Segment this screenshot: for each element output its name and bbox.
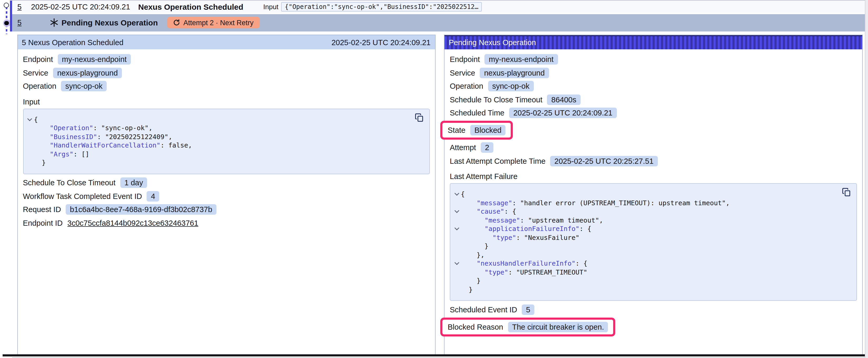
field-value-chip: Blocked (470, 125, 506, 135)
retry-badge-label: Attempt 2 · Next Retry (183, 19, 253, 27)
field-row: Operationsync-op-ok (450, 80, 857, 92)
field-value-chip: my-nexus-endpoint (485, 54, 558, 65)
collapse-chevron-icon[interactable] (453, 190, 461, 199)
copy-icon (842, 191, 851, 198)
event-marker-current-icon (3, 20, 10, 27)
copy-button[interactable] (841, 187, 852, 198)
field-label: Operation (23, 82, 56, 90)
highlight-annotation: Blocked ReasonThe circuit breaker is ope… (440, 317, 616, 336)
field-label: Workflow Task Completed Event ID (23, 192, 142, 200)
json-line: { (453, 190, 852, 199)
field-row: Last Attempt Complete Time2025-02-25 UTC… (450, 155, 857, 166)
field-row: Operationsync-op-ok (23, 80, 430, 92)
field-row: Attempt2 (450, 142, 857, 153)
json-line: } (26, 159, 425, 167)
field-label: Last Attempt Complete Time (450, 157, 546, 165)
field-value-chip: my-nexus-endpoint (58, 54, 131, 65)
json-line: "cause": { (453, 207, 852, 216)
field-value-chip: b1c6a4bc-8ee7-468a-9169-df3b02c8737b (66, 204, 216, 215)
section-label: Input (23, 97, 430, 106)
event-id-link[interactable]: 5 (17, 19, 22, 27)
field-label: Operation (450, 82, 483, 90)
panel-title: Pending Nexus Operation (449, 38, 536, 46)
panel-timestamp: 2025-02-25 UTC 20:24:09.21 (332, 38, 431, 46)
event-title: Nexus Operation Scheduled (138, 2, 243, 11)
field-label: Blocked Reason (448, 323, 503, 331)
json-line: "HandlerWaitForCancellation": false, (26, 141, 425, 150)
field-row: Request IDb1c6a4bc-8ee7-468a-9169-df3b02… (23, 204, 430, 215)
event-detail-panel: 5 Nexus Operation Scheduled 2025-02-25 U… (17, 35, 435, 355)
field-label: Schedule To Close Timeout (23, 178, 116, 187)
last-attempt-failure-json: { "message": "handler error (UPSTREAM_TI… (450, 183, 857, 301)
copy-button[interactable] (414, 112, 424, 123)
json-line: "message": "upstream timeout", (453, 216, 852, 225)
retry-icon (173, 19, 180, 26)
field-value-chip: The circuit breaker is open. (508, 322, 608, 332)
field-label: Endpoint (450, 55, 480, 64)
field-label: Endpoint ID (23, 219, 63, 227)
field-value-chip: nexus-playground (53, 67, 122, 78)
event-input-preview-chip: {"Operation":"sync-op-ok","BusinessID":"… (281, 2, 482, 11)
field-label: Scheduled Event ID (450, 305, 517, 314)
endpoint-id-link[interactable]: 3c0c75ccfa8144b092c13ce632463761 (67, 219, 198, 227)
json-line: }, (453, 251, 852, 259)
collapse-chevron-icon[interactable] (26, 115, 34, 124)
field-value-chip: 86400s (547, 94, 581, 105)
retry-badge: Attempt 2 · Next Retry (167, 17, 259, 28)
field-row: Workflow Task Completed Event ID4 (23, 191, 430, 202)
field-row: Endpointmy-nexus-endpoint (450, 54, 857, 65)
highlight-annotation: StateBlocked (440, 121, 513, 140)
collapse-chevron-icon[interactable] (453, 207, 461, 216)
input-json: { "Operation": "sync-op-ok", "BusinessID… (23, 108, 430, 174)
field-row: StateBlocked (450, 121, 857, 140)
json-line: "nexusHandlerFailureInfo": { (453, 259, 852, 268)
field-value-chip: 2025-02-25 UTC 20:24:09.21 (509, 108, 617, 118)
field-row: Servicenexus-playground (23, 67, 430, 78)
field-value-chip: 2 (481, 142, 493, 153)
field-label: Service (450, 68, 475, 77)
json-line: "message": "handler error (UPSTREAM_TIME… (453, 199, 852, 207)
json-line: "BusinessID": "20250225122409", (26, 133, 425, 141)
field-value-chip: 4 (147, 191, 159, 201)
panel-header: 5 Nexus Operation Scheduled 2025-02-25 U… (18, 35, 435, 50)
field-label: Service (23, 68, 48, 77)
scrollbar-track[interactable] (865, 0, 868, 358)
field-value-chip: 2025-02-25 UTC 20:25:27.51 (550, 156, 657, 166)
field-value-chip: 5 (522, 304, 534, 315)
event-row-scheduled[interactable]: 5 2025-02-25 UTC 20:24:09.21 Nexus Opera… (12, 1, 865, 12)
field-row: Schedule To Close Timeout86400s (450, 94, 857, 105)
section-label: Last Attempt Failure (450, 172, 857, 181)
group-bottom-divider (3, 354, 865, 356)
event-title: Pending Nexus Operation (61, 18, 158, 27)
event-id-link[interactable]: 5 (17, 2, 22, 11)
field-row: Blocked ReasonThe circuit breaker is ope… (450, 317, 857, 336)
panel-title: 5 Nexus Operation Scheduled (22, 38, 123, 46)
event-marker-open-icon (4, 3, 9, 8)
timeline-rail (0, 0, 12, 358)
collapse-chevron-icon[interactable] (453, 225, 461, 233)
field-value-chip: sync-op-ok (488, 81, 533, 91)
field-value-chip: sync-op-ok (61, 81, 107, 91)
collapse-chevron-icon[interactable] (453, 259, 461, 268)
json-line: "Args": [] (26, 150, 425, 159)
pending-panel-header: Pending Nexus Operation (444, 35, 862, 50)
field-row: Servicenexus-playground (450, 67, 857, 78)
field-label: Schedule To Close Timeout (450, 95, 542, 104)
field-label: Endpoint (23, 55, 53, 64)
event-timestamp: 2025-02-25 UTC 20:24:09.21 (31, 2, 130, 11)
field-label: Attempt (450, 143, 476, 152)
json-line: "type": "UPSTREAM_TIMEOUT" (453, 268, 852, 276)
json-line: { (26, 115, 425, 124)
event-row-pending[interactable]: 5 Pending Nexus Operation Attempt 2 · Ne… (12, 14, 865, 31)
asterisk-pending-icon (50, 19, 58, 27)
field-label: State (448, 126, 466, 134)
field-row: Schedule To Close Timeout1 day (23, 177, 430, 188)
field-row: Endpointmy-nexus-endpoint (23, 54, 430, 65)
event-detail-label: Input (263, 3, 278, 10)
field-value-chip: nexus-playground (480, 67, 549, 78)
pending-operation-panel: Pending Nexus Operation Endpointmy-nexus… (444, 35, 863, 355)
json-line: } (453, 285, 852, 294)
json-line: "type": "NexusFailure" (453, 233, 852, 242)
field-row: Endpoint ID3c0c75ccfa8144b092c13ce632463… (23, 217, 430, 228)
field-label: Scheduled Time (450, 109, 504, 117)
